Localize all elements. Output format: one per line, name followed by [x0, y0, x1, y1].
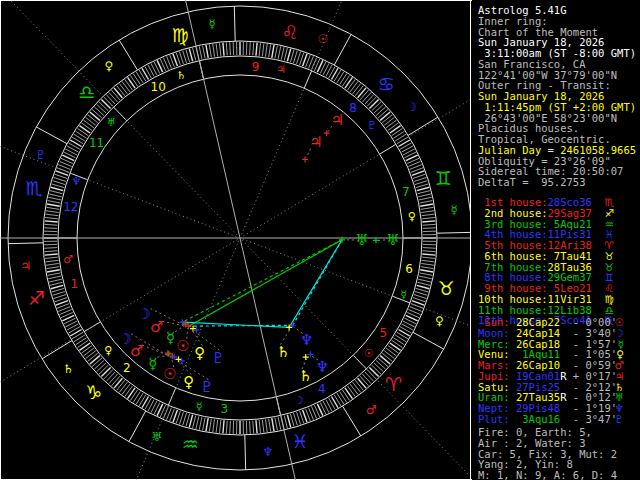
degree-tick [417, 187, 430, 190]
degree-tick [372, 365, 381, 374]
degree-tick [70, 330, 81, 337]
degree-tick [421, 263, 434, 265]
chart-wheel[interactable]: ♈♂♉♀♊☿♋☽♌☉♍☿♎♀♏♇♐♃♑♄♒♅♓♆1♂2♀3☿4☽5☉6☿7♀8♇… [0, 0, 471, 480]
degree-tick [250, 421, 251, 434]
degree-tick [416, 184, 428, 188]
degree-tick [415, 292, 427, 296]
degree-tick [332, 396, 339, 407]
info-line: DeltaT = 95.2753 [478, 177, 638, 188]
sign-glyph-aquarius: ♒ [182, 433, 199, 455]
sign-glyph-pisces: ♓ [291, 430, 308, 452]
element-summary-block: Fire: 0, Earth: 5,Air : 2, Water: 3Car: … [478, 427, 638, 480]
degree-tick [398, 140, 409, 147]
degree-tick [44, 224, 57, 225]
degree-tick [340, 391, 347, 402]
degree-tick [269, 44, 271, 57]
degree-tick [360, 376, 369, 386]
degree-tick [92, 358, 102, 367]
planet-glyph-mercury-inner: ☿ [166, 329, 175, 347]
degree-tick [422, 254, 435, 255]
degree-tick [384, 351, 394, 359]
degree-tick [47, 204, 60, 206]
degree-tick [392, 128, 403, 135]
degree-tick [128, 77, 135, 88]
degree-tick [216, 43, 218, 56]
degree-tick [90, 356, 100, 364]
degree-tick [390, 343, 401, 350]
degree-tick [94, 107, 104, 116]
sign-ruler-icon: ☿ [451, 203, 458, 217]
sign-glyph-libra: ♎ [78, 81, 95, 103]
degree-tick [111, 376, 120, 386]
planet-position-list: Sun: 28Cap22 - 0°00'☉Moon: 24Cap14 - 3°4… [478, 317, 638, 425]
degree-tick [125, 79, 133, 90]
sign-divider [334, 34, 351, 65]
planet-glyph-jupiter-inner: ♃ [309, 133, 322, 151]
house-ruler-icon: ♃ [276, 63, 286, 76]
degree-tick [388, 346, 399, 354]
sign-ruler-icon: ♀ [104, 59, 113, 73]
degree-tick [136, 393, 143, 404]
sign-ruler-icon: ☿ [208, 17, 215, 31]
sign-ruler-icon: ♂ [366, 403, 377, 417]
degree-tick [109, 92, 118, 102]
degree-tick [78, 340, 89, 347]
degree-tick [203, 418, 205, 431]
degree-tick [392, 340, 403, 347]
degree-tick [287, 49, 290, 62]
degree-tick [142, 396, 149, 407]
degree-tick [284, 48, 287, 61]
degree-tick [297, 412, 301, 424]
degree-tick [294, 51, 298, 63]
degree-tick [269, 419, 271, 432]
degree-tick [374, 104, 384, 113]
degree-tick [97, 104, 107, 113]
degree-tick [53, 181, 65, 185]
sign-divider [42, 341, 72, 359]
degree-tick [287, 415, 290, 428]
degree-tick [76, 338, 87, 345]
sign-ruler-icon: ♆ [262, 445, 273, 459]
degree-tick [45, 214, 58, 216]
degree-tick [199, 417, 202, 430]
aspect-line-uranus-moon [182, 240, 342, 322]
summary-line-text: M: 1, N: 9, A: 6, D: 4 [478, 469, 617, 480]
sign-divider [8, 243, 43, 244]
panel-separator [470, 0, 471, 480]
degree-tick [226, 421, 227, 434]
house-sign-icon: ♍ [605, 294, 614, 305]
house-ruler-icon: ♂ [63, 253, 73, 266]
degree-tick [367, 97, 376, 106]
degree-tick [348, 79, 356, 90]
degree-tick [290, 50, 294, 62]
degree-tick [418, 282, 431, 285]
house-number-4: 4 [318, 382, 326, 396]
degree-tick [189, 415, 192, 428]
house-sign-icon: ♉ [605, 251, 614, 262]
degree-tick [259, 43, 260, 56]
degree-tick [422, 218, 435, 219]
degree-tick [53, 292, 65, 296]
sign-glyph-capricorn: ♑ [85, 381, 102, 403]
degree-tick [360, 90, 369, 100]
house-ruler-icon: ☽ [294, 394, 304, 407]
degree-tick [386, 348, 396, 356]
degree-tick [209, 44, 211, 57]
house-number-5: 5 [380, 326, 388, 340]
sign-divider [437, 232, 471, 233]
degree-tick [393, 338, 404, 345]
sign-ruler-icon: ♇ [35, 148, 46, 162]
house-ruler-icon: ♄ [176, 69, 186, 82]
degree-tick [262, 43, 264, 56]
degree-tick [133, 74, 140, 85]
degree-tick [83, 120, 93, 128]
degree-tick [382, 115, 392, 123]
planet-glyph-mars-outer: ♂ [130, 342, 143, 360]
degree-tick [109, 374, 118, 384]
degree-tick [47, 270, 60, 272]
house-ruler-icon: ♆ [71, 175, 81, 188]
degree-tick [101, 367, 110, 376]
degree-tick [418, 279, 431, 282]
degree-tick [125, 386, 133, 397]
degree-tick [79, 343, 90, 350]
